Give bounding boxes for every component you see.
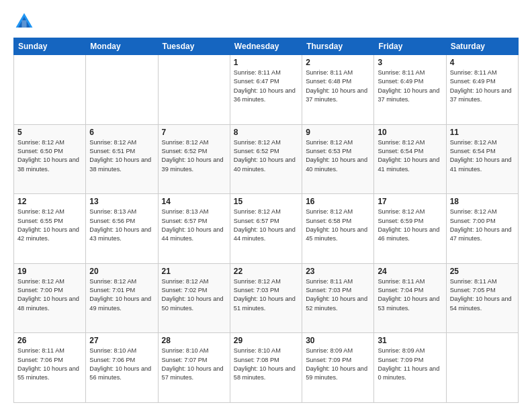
day-number: 28: [162, 336, 226, 345]
calendar-cell: 25Sunrise: 8:11 AMSunset: 7:05 PMDayligh…: [446, 263, 518, 333]
header-sunday: Sunday: [14, 38, 86, 55]
calendar-week-2: 5Sunrise: 8:12 AMSunset: 6:50 PMDaylight…: [14, 124, 519, 194]
day-number: 4: [450, 58, 515, 67]
day-number: 7: [162, 128, 226, 137]
header: [13, 11, 519, 32]
page: Sunday Monday Tuesday Wednesday Thursday…: [0, 0, 532, 411]
day-number: 31: [378, 336, 442, 345]
header-thursday: Thursday: [302, 38, 374, 55]
calendar-week-5: 26Sunrise: 8:11 AMSunset: 7:06 PMDayligh…: [14, 333, 519, 403]
day-number: 23: [306, 267, 370, 276]
day-info: Sunrise: 8:11 AMSunset: 6:47 PMDaylight:…: [234, 68, 298, 104]
header-friday: Friday: [374, 38, 446, 55]
day-info: Sunrise: 8:11 AMSunset: 7:05 PMDaylight:…: [450, 277, 515, 313]
header-tuesday: Tuesday: [158, 38, 230, 55]
day-info: Sunrise: 8:09 AMSunset: 7:09 PMDaylight:…: [306, 347, 370, 382]
calendar-cell: 14Sunrise: 8:13 AMSunset: 6:57 PMDayligh…: [158, 194, 230, 264]
day-number: 22: [234, 267, 298, 276]
day-number: 6: [89, 128, 154, 137]
calendar-cell: 19Sunrise: 8:12 AMSunset: 7:00 PMDayligh…: [14, 263, 86, 333]
calendar-header-row: Sunday Monday Tuesday Wednesday Thursday…: [14, 38, 519, 55]
day-number: 29: [234, 336, 298, 345]
day-info: Sunrise: 8:12 AMSunset: 7:01 PMDaylight:…: [89, 277, 154, 313]
calendar-cell: 30Sunrise: 8:09 AMSunset: 7:09 PMDayligh…: [302, 333, 374, 403]
calendar-cell: 12Sunrise: 8:12 AMSunset: 6:55 PMDayligh…: [14, 194, 86, 264]
day-info: Sunrise: 8:12 AMSunset: 6:52 PMDaylight:…: [234, 138, 298, 174]
day-number: 26: [17, 336, 82, 345]
calendar-cell: 3Sunrise: 8:11 AMSunset: 6:49 PMDaylight…: [374, 55, 446, 125]
day-info: Sunrise: 8:12 AMSunset: 7:03 PMDaylight:…: [234, 277, 298, 313]
calendar-week-4: 19Sunrise: 8:12 AMSunset: 7:00 PMDayligh…: [14, 263, 519, 333]
calendar-cell: [86, 55, 158, 125]
calendar-cell: 15Sunrise: 8:12 AMSunset: 6:57 PMDayligh…: [230, 194, 302, 264]
calendar-cell: 9Sunrise: 8:12 AMSunset: 6:53 PMDaylight…: [302, 124, 374, 194]
calendar-cell: 21Sunrise: 8:12 AMSunset: 7:02 PMDayligh…: [158, 263, 230, 333]
day-number: 18: [450, 197, 515, 206]
day-info: Sunrise: 8:12 AMSunset: 6:53 PMDaylight:…: [306, 138, 370, 174]
day-info: Sunrise: 8:12 AMSunset: 6:54 PMDaylight:…: [378, 138, 442, 174]
day-info: Sunrise: 8:09 AMSunset: 7:09 PMDaylight:…: [378, 347, 442, 382]
day-number: 14: [162, 197, 226, 206]
day-number: 10: [378, 128, 442, 137]
day-info: Sunrise: 8:11 AMSunset: 7:06 PMDaylight:…: [17, 347, 82, 382]
calendar-cell: 17Sunrise: 8:12 AMSunset: 6:59 PMDayligh…: [374, 194, 446, 264]
header-wednesday: Wednesday: [230, 38, 302, 55]
day-info: Sunrise: 8:12 AMSunset: 6:58 PMDaylight:…: [306, 208, 370, 243]
calendar-week-3: 12Sunrise: 8:12 AMSunset: 6:55 PMDayligh…: [14, 194, 519, 264]
day-number: 16: [306, 197, 370, 206]
day-info: Sunrise: 8:10 AMSunset: 7:07 PMDaylight:…: [162, 347, 226, 382]
calendar-cell: 28Sunrise: 8:10 AMSunset: 7:07 PMDayligh…: [158, 333, 230, 403]
day-info: Sunrise: 8:10 AMSunset: 7:06 PMDaylight:…: [89, 347, 154, 382]
day-number: 21: [162, 267, 226, 276]
calendar-cell: 23Sunrise: 8:11 AMSunset: 7:03 PMDayligh…: [302, 263, 374, 333]
day-info: Sunrise: 8:11 AMSunset: 6:49 PMDaylight:…: [450, 68, 515, 104]
svg-rect-2: [21, 20, 26, 28]
day-info: Sunrise: 8:12 AMSunset: 6:52 PMDaylight:…: [162, 138, 226, 174]
calendar-cell: 7Sunrise: 8:12 AMSunset: 6:52 PMDaylight…: [158, 124, 230, 194]
day-info: Sunrise: 8:13 AMSunset: 6:56 PMDaylight:…: [89, 208, 154, 243]
calendar-cell: 11Sunrise: 8:12 AMSunset: 6:54 PMDayligh…: [446, 124, 518, 194]
day-info: Sunrise: 8:12 AMSunset: 6:57 PMDaylight:…: [234, 208, 298, 243]
day-number: 1: [234, 58, 298, 67]
calendar-cell: 4Sunrise: 8:11 AMSunset: 6:49 PMDaylight…: [446, 55, 518, 125]
calendar-cell: [446, 333, 518, 403]
day-number: 30: [306, 336, 370, 345]
calendar-cell: 24Sunrise: 8:11 AMSunset: 7:04 PMDayligh…: [374, 263, 446, 333]
calendar-cell: 22Sunrise: 8:12 AMSunset: 7:03 PMDayligh…: [230, 263, 302, 333]
day-info: Sunrise: 8:11 AMSunset: 6:49 PMDaylight:…: [378, 68, 442, 104]
day-number: 2: [306, 58, 370, 67]
day-number: 8: [234, 128, 298, 137]
calendar-cell: 27Sunrise: 8:10 AMSunset: 7:06 PMDayligh…: [86, 333, 158, 403]
day-number: 25: [450, 267, 515, 276]
logo-icon: [13, 11, 35, 32]
day-info: Sunrise: 8:13 AMSunset: 6:57 PMDaylight:…: [162, 208, 226, 243]
calendar-cell: [14, 55, 86, 125]
day-info: Sunrise: 8:11 AMSunset: 7:04 PMDaylight:…: [378, 277, 442, 313]
header-monday: Monday: [86, 38, 158, 55]
day-number: 13: [89, 197, 154, 206]
day-info: Sunrise: 8:12 AMSunset: 6:50 PMDaylight:…: [17, 138, 82, 174]
day-info: Sunrise: 8:12 AMSunset: 7:02 PMDaylight:…: [162, 277, 226, 313]
calendar-cell: 13Sunrise: 8:13 AMSunset: 6:56 PMDayligh…: [86, 194, 158, 264]
day-info: Sunrise: 8:11 AMSunset: 7:03 PMDaylight:…: [306, 277, 370, 313]
calendar-week-1: 1Sunrise: 8:11 AMSunset: 6:47 PMDaylight…: [14, 55, 519, 125]
calendar-table: Sunday Monday Tuesday Wednesday Thursday…: [13, 38, 519, 403]
calendar-cell: 8Sunrise: 8:12 AMSunset: 6:52 PMDaylight…: [230, 124, 302, 194]
day-number: 27: [89, 336, 154, 345]
day-info: Sunrise: 8:12 AMSunset: 7:00 PMDaylight:…: [17, 277, 82, 313]
day-info: Sunrise: 8:12 AMSunset: 7:00 PMDaylight:…: [450, 208, 515, 243]
day-info: Sunrise: 8:10 AMSunset: 7:08 PMDaylight:…: [234, 347, 298, 382]
day-number: 20: [89, 267, 154, 276]
calendar-cell: 16Sunrise: 8:12 AMSunset: 6:58 PMDayligh…: [302, 194, 374, 264]
day-info: Sunrise: 8:12 AMSunset: 6:55 PMDaylight:…: [17, 208, 82, 243]
calendar-cell: 1Sunrise: 8:11 AMSunset: 6:47 PMDaylight…: [230, 55, 302, 125]
day-info: Sunrise: 8:12 AMSunset: 6:54 PMDaylight:…: [450, 138, 515, 174]
calendar-cell: 20Sunrise: 8:12 AMSunset: 7:01 PMDayligh…: [86, 263, 158, 333]
day-number: 24: [378, 267, 442, 276]
day-info: Sunrise: 8:12 AMSunset: 6:51 PMDaylight:…: [89, 138, 154, 174]
calendar-cell: 31Sunrise: 8:09 AMSunset: 7:09 PMDayligh…: [374, 333, 446, 403]
calendar-cell: 26Sunrise: 8:11 AMSunset: 7:06 PMDayligh…: [14, 333, 86, 403]
logo: [13, 11, 38, 32]
calendar-cell: 10Sunrise: 8:12 AMSunset: 6:54 PMDayligh…: [374, 124, 446, 194]
day-number: 3: [378, 58, 442, 67]
